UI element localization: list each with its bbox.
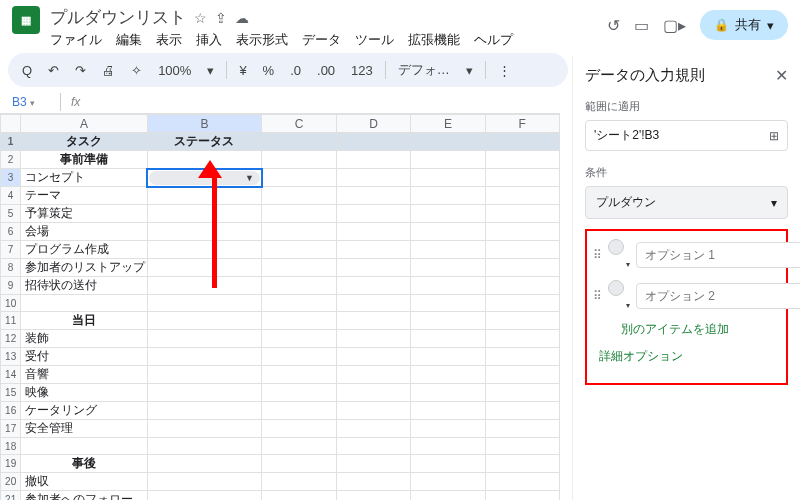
menu-挿入[interactable]: 挿入	[196, 31, 222, 49]
doc-title[interactable]: プルダウンリスト	[50, 6, 186, 29]
cell-B16[interactable]	[147, 402, 262, 420]
cell-D21[interactable]	[336, 491, 410, 501]
cell-B6[interactable]	[147, 223, 262, 241]
cell-A2[interactable]: 事前準備	[21, 151, 147, 169]
cell-E21[interactable]	[411, 491, 485, 501]
cell-C5[interactable]	[262, 205, 336, 223]
toolbar-item[interactable]: %	[257, 59, 281, 82]
col-header-B[interactable]: B	[147, 115, 262, 133]
cell-A15[interactable]: 映像	[21, 384, 147, 402]
cell-D15[interactable]	[336, 384, 410, 402]
cell-D18[interactable]	[336, 438, 410, 455]
row-header[interactable]: 16	[1, 402, 21, 420]
add-item-link[interactable]: 別のアイテムを追加	[621, 321, 780, 338]
spreadsheet-grid[interactable]: ABCDEF 1タスクステータス2事前準備3コンセプト▼4テーマ5予算策定6会場…	[0, 114, 560, 500]
cell-E1[interactable]	[411, 133, 485, 151]
col-header-A[interactable]: A	[21, 115, 147, 133]
cell-F12[interactable]	[485, 330, 559, 348]
cell-C8[interactable]	[262, 259, 336, 277]
row-header[interactable]: 4	[1, 187, 21, 205]
menu-データ[interactable]: データ	[302, 31, 341, 49]
cell-A17[interactable]: 安全管理	[21, 420, 147, 438]
cell-D19[interactable]	[336, 455, 410, 473]
row-header[interactable]: 9	[1, 277, 21, 295]
toolbar-item[interactable]: .00	[311, 59, 341, 82]
share-button[interactable]: 🔒 共有 ▾	[700, 10, 788, 40]
cell-D17[interactable]	[336, 420, 410, 438]
cloud-icon[interactable]: ☁	[235, 10, 249, 26]
name-box[interactable]: B3 ▾	[8, 93, 58, 111]
cell-B20[interactable]	[147, 473, 262, 491]
cell-D8[interactable]	[336, 259, 410, 277]
cell-A6[interactable]: 会場	[21, 223, 147, 241]
cell-E5[interactable]	[411, 205, 485, 223]
cell-D6[interactable]	[336, 223, 410, 241]
cell-F7[interactable]	[485, 241, 559, 259]
option-input[interactable]	[636, 283, 800, 309]
cell-C21[interactable]	[262, 491, 336, 501]
col-header-D[interactable]: D	[336, 115, 410, 133]
cell-B11[interactable]	[147, 312, 262, 330]
cell-F20[interactable]	[485, 473, 559, 491]
row-header[interactable]: 3	[1, 169, 21, 187]
cell-C15[interactable]	[262, 384, 336, 402]
comment-icon[interactable]: ▭	[634, 16, 649, 35]
cell-A1[interactable]: タスク	[21, 133, 147, 151]
row-header[interactable]: 17	[1, 420, 21, 438]
cell-D12[interactable]	[336, 330, 410, 348]
cell-C13[interactable]	[262, 348, 336, 366]
cell-E8[interactable]	[411, 259, 485, 277]
advanced-options-link[interactable]: 詳細オプション	[599, 348, 780, 365]
cell-E4[interactable]	[411, 187, 485, 205]
cell-A10[interactable]	[21, 295, 147, 312]
toolbar-item[interactable]: 100%	[152, 59, 197, 82]
col-header-F[interactable]: F	[485, 115, 559, 133]
cell-A5[interactable]: 予算策定	[21, 205, 147, 223]
cell-D3[interactable]	[336, 169, 410, 187]
cell-D4[interactable]	[336, 187, 410, 205]
cell-B8[interactable]	[147, 259, 262, 277]
cell-F6[interactable]	[485, 223, 559, 241]
cell-F11[interactable]	[485, 312, 559, 330]
cell-F18[interactable]	[485, 438, 559, 455]
row-header[interactable]: 7	[1, 241, 21, 259]
color-chip[interactable]	[608, 239, 624, 255]
toolbar-item[interactable]: ▾	[201, 59, 220, 82]
cell-E6[interactable]	[411, 223, 485, 241]
row-header[interactable]: 14	[1, 366, 21, 384]
row-header[interactable]: 12	[1, 330, 21, 348]
cell-F16[interactable]	[485, 402, 559, 420]
cell-D5[interactable]	[336, 205, 410, 223]
cell-F4[interactable]	[485, 187, 559, 205]
star-icon[interactable]: ☆	[194, 10, 207, 26]
cell-F14[interactable]	[485, 366, 559, 384]
toolbar-item[interactable]: Q	[16, 59, 38, 82]
cell-A16[interactable]: ケータリング	[21, 402, 147, 420]
cell-A8[interactable]: 参加者のリストアップ	[21, 259, 147, 277]
cell-E14[interactable]	[411, 366, 485, 384]
cell-E17[interactable]	[411, 420, 485, 438]
cell-A3[interactable]: コンセプト	[21, 169, 147, 187]
cell-F10[interactable]	[485, 295, 559, 312]
cell-E9[interactable]	[411, 277, 485, 295]
history-icon[interactable]: ↺	[607, 16, 620, 35]
toolbar-item[interactable]: ¥	[233, 59, 252, 82]
cell-E12[interactable]	[411, 330, 485, 348]
cell-B12[interactable]	[147, 330, 262, 348]
meet-icon[interactable]: ▢▸	[663, 16, 686, 35]
cell-F1[interactable]	[485, 133, 559, 151]
cell-D7[interactable]	[336, 241, 410, 259]
menu-ファイル[interactable]: ファイル	[50, 31, 102, 49]
cell-A4[interactable]: テーマ	[21, 187, 147, 205]
cell-E16[interactable]	[411, 402, 485, 420]
toolbar-item[interactable]: ▾	[460, 59, 479, 82]
menu-表示[interactable]: 表示	[156, 31, 182, 49]
cell-F8[interactable]	[485, 259, 559, 277]
row-header[interactable]: 11	[1, 312, 21, 330]
cell-A11[interactable]: 当日	[21, 312, 147, 330]
cell-B17[interactable]	[147, 420, 262, 438]
cell-C14[interactable]	[262, 366, 336, 384]
row-header[interactable]: 10	[1, 295, 21, 312]
cell-D2[interactable]	[336, 151, 410, 169]
cell-B13[interactable]	[147, 348, 262, 366]
